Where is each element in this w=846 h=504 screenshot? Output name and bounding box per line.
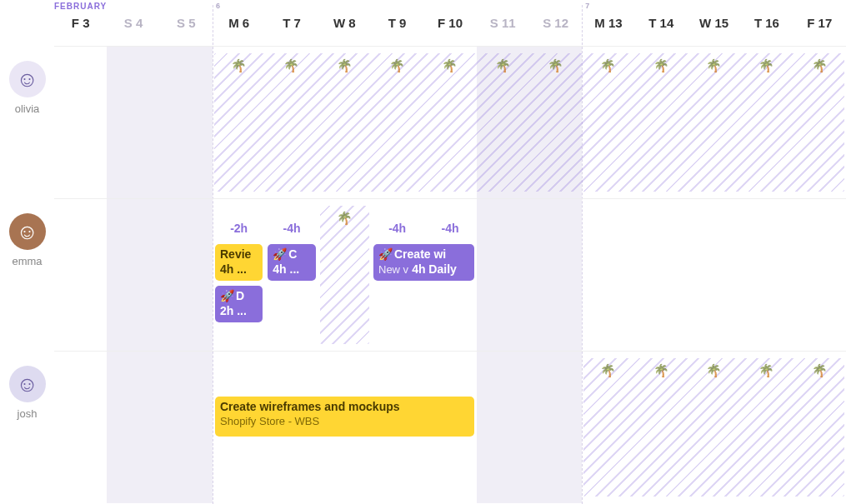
task-prefix: New v xyxy=(378,263,408,276)
palm-icon: 🌴 xyxy=(318,211,371,227)
task-meta: New v4h Daily xyxy=(378,262,469,277)
rocket-icon: 🚀 xyxy=(273,247,287,261)
task-meta: 4h ... xyxy=(273,262,310,277)
people-sidebar: ☺olivia☺emma☺josh xyxy=(0,46,54,503)
day-cell[interactable] xyxy=(107,47,159,198)
day-header[interactable]: S 4 xyxy=(107,0,159,46)
palm-icon: 🌴 xyxy=(213,58,265,75)
task-title: Create wireframes and mockups xyxy=(220,400,469,415)
day-cell[interactable] xyxy=(54,199,107,351)
person-name: josh xyxy=(18,407,38,420)
day-header[interactable]: S 11 xyxy=(477,0,529,46)
task-card-review[interactable]: Revie4h ... xyxy=(215,244,263,281)
day-cell[interactable] xyxy=(477,199,529,351)
day-cell[interactable] xyxy=(529,352,582,503)
palm-icon: 🌴 xyxy=(740,363,793,380)
day-header[interactable]: T 14 xyxy=(635,0,688,46)
day-cell[interactable] xyxy=(54,47,107,198)
person-josh[interactable]: ☺josh xyxy=(0,351,54,503)
day-header[interactable]: F 17 xyxy=(793,0,846,46)
task-meta: 2h ... xyxy=(220,304,258,319)
week-number: 6 xyxy=(216,2,220,10)
palm-icon-row: 🌴 xyxy=(318,211,371,227)
task-card-create2[interactable]: 🚀Create wiNew v4h Daily xyxy=(373,244,474,281)
day-header[interactable]: F 3 xyxy=(54,0,107,46)
task-card-create1[interactable]: 🚀C4h ... xyxy=(268,244,315,281)
task-card-wireframes[interactable]: Create wireframes and mockupsShopify Sto… xyxy=(215,397,474,437)
day-cell[interactable] xyxy=(582,199,634,351)
schedule-row: 🌴🌴🌴🌴🌴Create wireframes and mockupsShopif… xyxy=(54,351,846,503)
day-header[interactable]: M 137 xyxy=(582,0,634,46)
palm-icon-row: 🌴🌴🌴🌴🌴🌴🌴🌴🌴🌴🌴🌴 xyxy=(213,58,846,75)
day-header[interactable]: T 16 xyxy=(740,0,793,46)
palm-icon: 🌴 xyxy=(371,58,423,75)
day-header[interactable]: S 5 xyxy=(160,0,213,46)
person-name: emma xyxy=(12,255,42,267)
palm-icon-row: 🌴🌴🌴🌴🌴 xyxy=(582,363,846,380)
day-header[interactable]: S 12 xyxy=(529,0,582,46)
hours-delta: -4h xyxy=(371,222,423,235)
hours-delta: -4h xyxy=(423,222,476,235)
palm-icon: 🌴 xyxy=(529,58,582,75)
palm-icon: 🌴 xyxy=(265,58,318,75)
schedule-row: 🌴🌴🌴🌴🌴🌴🌴🌴🌴🌴🌴🌴 xyxy=(54,46,846,198)
palm-icon: 🌴 xyxy=(582,363,634,380)
palm-icon: 🌴 xyxy=(688,58,740,75)
palm-icon: 🌴 xyxy=(793,58,846,75)
hours-delta: -2h xyxy=(213,222,265,235)
avatar: ☺ xyxy=(9,366,46,402)
calendar-grid: 🌴🌴🌴🌴🌴🌴🌴🌴🌴🌴🌴🌴🌴-2h-4h-4h-4hRevie4h ...🚀D2h… xyxy=(54,46,846,503)
day-header[interactable]: M 66 xyxy=(213,0,265,46)
palm-icon: 🌴 xyxy=(318,58,371,75)
day-cell[interactable] xyxy=(635,199,688,351)
week-number: 7 xyxy=(585,2,589,10)
avatar: ☺ xyxy=(9,213,46,250)
palm-icon: 🌴 xyxy=(477,58,529,75)
person-olivia[interactable]: ☺olivia xyxy=(0,46,54,198)
palm-icon: 🌴 xyxy=(423,58,476,75)
day-cell[interactable] xyxy=(740,199,793,351)
schedule-row: 🌴-2h-4h-4h-4hRevie4h ...🚀D2h ...🚀C4h ...… xyxy=(54,198,846,351)
day-cell[interactable] xyxy=(688,199,740,351)
person-emma[interactable]: ☺emma xyxy=(0,198,54,351)
day-header[interactable]: W 8 xyxy=(318,0,371,46)
hours-delta: -4h xyxy=(265,222,318,235)
day-header[interactable]: F 10 xyxy=(423,0,476,46)
palm-icon: 🌴 xyxy=(793,363,846,380)
person-name: olivia xyxy=(15,102,40,115)
task-card-design1[interactable]: 🚀D2h ... xyxy=(215,286,263,322)
day-cell[interactable] xyxy=(160,199,213,351)
calendar-header: F 3S 4S 5M 66T 7W 8T 9F 10S 11S 12M 137T… xyxy=(54,0,846,46)
day-cell[interactable] xyxy=(477,352,529,503)
palm-icon: 🌴 xyxy=(740,58,793,75)
task-subtitle: Shopify Store - WBS xyxy=(220,415,469,428)
day-cell[interactable] xyxy=(107,199,159,351)
palm-icon: 🌴 xyxy=(635,363,688,380)
day-header[interactable]: T 7 xyxy=(265,0,318,46)
palm-icon: 🌴 xyxy=(688,363,740,380)
task-title: 🚀D xyxy=(220,289,258,304)
day-header[interactable]: T 9 xyxy=(371,0,423,46)
day-header[interactable]: W 15 xyxy=(688,0,740,46)
day-cell[interactable] xyxy=(793,199,846,351)
day-cell[interactable] xyxy=(54,352,107,503)
task-title: 🚀C xyxy=(273,247,310,262)
rocket-icon: 🚀 xyxy=(220,289,234,302)
rocket-icon: 🚀 xyxy=(378,247,393,261)
day-cell[interactable] xyxy=(160,47,213,198)
task-meta: 4h ... xyxy=(220,262,258,277)
day-cell[interactable] xyxy=(107,352,159,503)
task-title: 🚀Create wi xyxy=(378,247,469,262)
palm-icon: 🌴 xyxy=(582,58,634,75)
palm-icon: 🌴 xyxy=(635,58,688,75)
task-title: Revie xyxy=(220,247,258,262)
avatar: ☺ xyxy=(9,61,46,97)
day-cell[interactable] xyxy=(160,352,213,503)
day-cell[interactable] xyxy=(529,199,582,351)
